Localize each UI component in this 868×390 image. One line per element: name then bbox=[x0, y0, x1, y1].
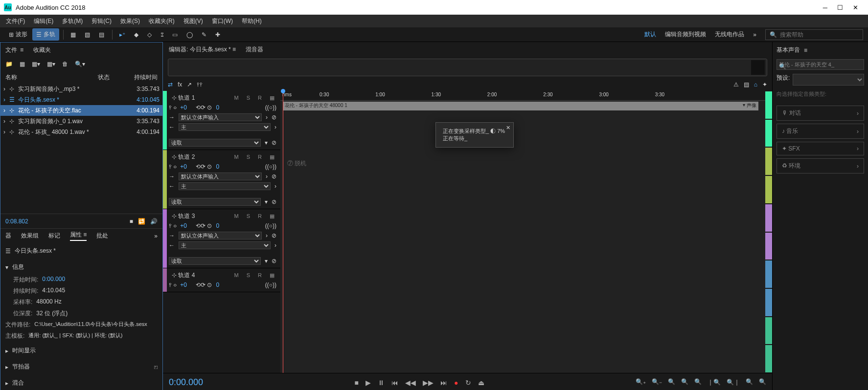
ruler[interactable]: hms 0:301:001:302:002:303:003:30 bbox=[280, 91, 765, 101]
playhead[interactable] bbox=[283, 91, 283, 373]
tab-mixer[interactable]: 混音器 bbox=[246, 45, 263, 54]
clip-name-field[interactable] bbox=[777, 59, 864, 70]
autoplay-icon[interactable]: 🔊 bbox=[150, 218, 158, 225]
search-help[interactable]: 🔍 bbox=[765, 29, 863, 40]
close-button[interactable]: ✕ bbox=[853, 4, 858, 11]
tab-markers[interactable]: 标记 bbox=[48, 232, 60, 240]
menu-effects[interactable]: 效果(S) bbox=[120, 17, 140, 25]
col-status[interactable]: 状态 bbox=[98, 73, 110, 82]
section-mix[interactable]: ▸ 混合 bbox=[5, 376, 158, 390]
lasso-tool[interactable]: ◯ bbox=[183, 29, 197, 40]
menu-edit[interactable]: 编辑(E) bbox=[34, 17, 53, 25]
stop-icon[interactable]: ■ bbox=[130, 218, 133, 225]
rewind-start-button[interactable]: ⏮ bbox=[391, 379, 398, 387]
send-icon[interactable]: ↗ bbox=[187, 81, 192, 88]
zoom-all-icon[interactable]: 🔍 bbox=[759, 378, 766, 387]
col-name[interactable]: 名称 bbox=[5, 73, 73, 82]
track-header[interactable]: ⊹ 轨道 1MSR▦ ⫯ ⊙+0⟲⟳ ⊙0((○)) →默认立体声输入›⊘ ←主… bbox=[163, 91, 280, 150]
track-header[interactable]: ⊹ 轨道 4MSR▦ ⫯ ⊙+0⟲⟳ ⊙0((○)) bbox=[163, 268, 280, 292]
tab-editor[interactable]: 编辑器: 今日头条.sesx * ≡ bbox=[169, 45, 236, 54]
pause-button[interactable]: ⏸ bbox=[378, 379, 385, 387]
tab-files[interactable]: 文件 ≡ bbox=[5, 46, 23, 54]
heal-tool[interactable]: ✚ bbox=[211, 29, 224, 40]
rewind-button[interactable]: ◀◀ bbox=[405, 379, 416, 387]
open-file-icon[interactable]: 📁 bbox=[5, 61, 13, 67]
tabs-more[interactable]: » bbox=[154, 233, 158, 239]
zoom-v-icon[interactable]: 🔍 bbox=[694, 378, 702, 387]
music-button[interactable]: ♪ 音乐› bbox=[777, 124, 864, 139]
marquee-tool[interactable]: ▭ bbox=[168, 29, 182, 40]
tab-batch[interactable]: 批处 bbox=[96, 232, 108, 240]
zoom-out-point-icon[interactable]: 🔍｜ bbox=[727, 378, 740, 387]
track-header[interactable]: ⊹ 轨道 3MSR▦ ⫯ ⊙+0⟲⟳ ⊙0((○)) →默认立体声输入›⊘ ←主… bbox=[163, 209, 280, 268]
move-tool[interactable]: ▸⁺ bbox=[115, 29, 129, 40]
file-row[interactable]: ›⊹花伦 - 坏孩_ 48000 1.wav *4:00.194 bbox=[0, 127, 162, 137]
sfx-button[interactable]: ✦ SFX› bbox=[777, 142, 864, 155]
zoom-full-icon[interactable]: 🔍 bbox=[668, 378, 675, 387]
stop-button[interactable]: ■ bbox=[355, 379, 359, 387]
play-button[interactable]: ▶ bbox=[365, 379, 371, 387]
tool-b[interactable]: ▤ bbox=[744, 81, 749, 88]
menu-view[interactable]: 视图(V) bbox=[183, 17, 203, 25]
record-file-icon[interactable]: ▦ bbox=[20, 61, 25, 67]
overview[interactable]: 🔍 bbox=[168, 59, 767, 76]
zoom-in-point-icon[interactable]: ｜🔍 bbox=[708, 378, 721, 387]
menu-help[interactable]: 帮助(H) bbox=[242, 17, 262, 25]
minimize-button[interactable]: ─ bbox=[823, 4, 827, 11]
zoom-out-icon[interactable]: 🔍₋ bbox=[652, 378, 662, 387]
tab-eq[interactable]: 器 bbox=[5, 232, 11, 240]
menu-multitrack[interactable]: 多轨(M) bbox=[62, 17, 83, 25]
file-row[interactable]: ›⊹实习新闻音频小_0 1.wav3:35.743 bbox=[0, 116, 162, 127]
waveform-mode[interactable]: ⊞ 波形 bbox=[5, 28, 31, 41]
tool-spectral[interactable]: ▧ bbox=[81, 29, 94, 40]
dialogue-button[interactable]: 🎙 对话› bbox=[777, 106, 864, 121]
tool-hud[interactable]: ▦ bbox=[67, 29, 80, 40]
menu-file[interactable]: 文件(F) bbox=[6, 17, 25, 25]
file-row[interactable]: ›☰今日头条.sesx *4:10.045 bbox=[0, 94, 162, 105]
zoom-in-icon[interactable]: 🔍₊ bbox=[636, 378, 646, 387]
workspace-radio[interactable]: 无线电作品 bbox=[715, 30, 744, 39]
maximize-button[interactable]: ☐ bbox=[837, 4, 843, 11]
file-row[interactable]: ›⊹实习新闻音频小_.mp3 *3:35.743 bbox=[0, 84, 162, 94]
col-duration[interactable]: 持续时间 bbox=[134, 73, 158, 82]
file-row[interactable]: ›⊹花伦 - 坏孩子的天空.flac4:00.194 bbox=[0, 105, 162, 116]
tool-c[interactable]: ⌂ bbox=[754, 81, 757, 88]
delete-icon[interactable]: 🗑 bbox=[62, 61, 68, 67]
menu-favorites[interactable]: 收藏夹(R) bbox=[149, 17, 175, 25]
metronome-icon[interactable]: ⏍ bbox=[154, 364, 158, 370]
section-time[interactable]: ▸ 时间显示 bbox=[5, 344, 158, 358]
tab-effects[interactable]: 效果组 bbox=[21, 232, 39, 240]
fx-icon[interactable]: fx bbox=[178, 81, 182, 88]
zoom-reset-icon[interactable]: 🔍 bbox=[746, 378, 753, 387]
dialog-close[interactable]: ✕ bbox=[506, 125, 510, 131]
multitrack-mode[interactable]: ☰ 多轨 bbox=[32, 28, 59, 41]
search-help-input[interactable] bbox=[780, 31, 859, 38]
loop-icon[interactable]: 🔁 bbox=[138, 218, 145, 225]
insert-icon[interactable]: ▦▾ bbox=[32, 61, 40, 67]
eq-icon[interactable]: ⫯⫯ bbox=[197, 81, 203, 88]
search-files-icon[interactable]: 🔍▾ bbox=[75, 61, 85, 67]
loop-button[interactable]: ↻ bbox=[465, 379, 471, 387]
workspace-video[interactable]: 编辑音频到视频 bbox=[665, 30, 706, 39]
slip-tool[interactable]: ◇ bbox=[143, 29, 156, 40]
time-select-tool[interactable]: Ɪ bbox=[157, 29, 167, 40]
new-session-icon[interactable]: ▦▾ bbox=[47, 61, 55, 67]
menu-clip[interactable]: 剪辑(C) bbox=[91, 17, 112, 25]
ambience-button[interactable]: ♻ 环境› bbox=[777, 158, 864, 173]
forward-button[interactable]: ▶▶ bbox=[423, 379, 434, 387]
zoom-sel-icon[interactable]: 🔍 bbox=[681, 378, 688, 387]
menu-window[interactable]: 窗口(W) bbox=[212, 17, 233, 25]
tool-d[interactable]: ✦ bbox=[762, 81, 767, 88]
brush-tool[interactable]: ✎ bbox=[198, 29, 210, 40]
tool-a[interactable]: ⚠ bbox=[733, 81, 739, 88]
section-metronome[interactable]: ▸ 节拍器⏍ bbox=[5, 360, 158, 374]
record-button[interactable]: ● bbox=[454, 379, 458, 387]
razor-tool[interactable]: ◆ bbox=[130, 29, 142, 40]
tab-favorites[interactable]: 收藏夹 bbox=[33, 46, 51, 54]
workspace-default[interactable]: 默认 bbox=[644, 30, 656, 39]
skip-button[interactable]: ⏏ bbox=[478, 379, 484, 387]
tool-pitch[interactable]: ▤ bbox=[95, 29, 108, 40]
tab-properties[interactable]: 属性 ≡ bbox=[70, 231, 87, 241]
forward-end-button[interactable]: ⏭ bbox=[440, 379, 447, 387]
zoom-fit-icon[interactable]: 🔍 bbox=[779, 63, 786, 70]
